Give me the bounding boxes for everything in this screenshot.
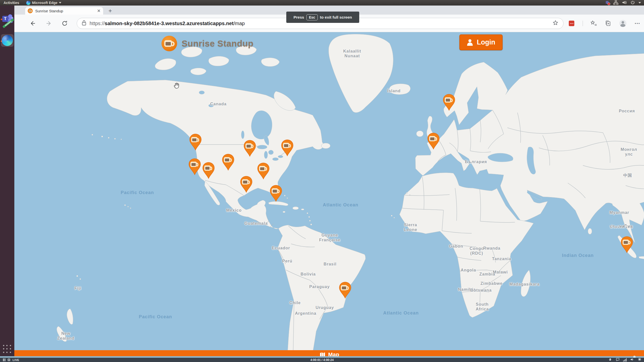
map-pin-st-louis[interactable] xyxy=(257,162,270,179)
map-label: South Africa xyxy=(476,302,489,311)
login-label: Login xyxy=(477,38,495,46)
map-label: Ecuador xyxy=(272,246,290,250)
logo-cup-icon xyxy=(161,35,178,52)
map-label: Myanmar xyxy=(610,210,629,215)
map-pin-singapore[interactable] xyxy=(621,236,633,253)
map-label: Brasil xyxy=(324,262,336,266)
app-menu[interactable]: Microsoft Edge xyxy=(23,0,65,6)
map-pin-san-francisco[interactable] xyxy=(188,158,201,175)
power-icon[interactable] xyxy=(630,0,635,6)
map-icon xyxy=(319,351,326,357)
desktop-screen: Activities Microsoft Edge xyxy=(0,0,644,362)
collections-icon[interactable] xyxy=(605,20,612,27)
edge-icon xyxy=(2,35,13,46)
login-button[interactable]: Login xyxy=(459,34,503,50)
fullscreen-toast: Press Esc to exit full screen xyxy=(286,12,359,23)
map-pin-norway[interactable] xyxy=(443,94,455,111)
map-label: Indian Ocean xyxy=(562,253,594,258)
player-control-bar: LIVE 4:00:01 / 4:00:24 xyxy=(0,358,644,362)
map-label: Tanzania xyxy=(492,256,511,261)
map-pin-minneapolis[interactable] xyxy=(244,140,256,157)
map-label: Монгол улс xyxy=(621,147,637,157)
volume-icon[interactable] xyxy=(622,0,627,6)
map-pin-dallas[interactable] xyxy=(240,176,253,193)
reload-button[interactable] xyxy=(61,19,69,28)
activities-button[interactable]: Activities xyxy=(0,0,23,6)
map-pin-las-vegas[interactable] xyxy=(202,162,215,179)
map-pin-sao-paulo[interactable] xyxy=(339,282,351,299)
toast-suffix: to exit full screen xyxy=(320,15,352,20)
pause-button[interactable] xyxy=(3,358,5,361)
map-pin-miami[interactable] xyxy=(270,185,282,202)
extension-icon[interactable] xyxy=(568,20,575,27)
new-tab-button[interactable]: + xyxy=(107,8,113,14)
nav-map-label: Map xyxy=(328,351,339,357)
tab-title: Sunrise Standup xyxy=(35,9,95,13)
url-host: salmon-sky-082b5841e-3.westus2.azurestat… xyxy=(105,21,233,26)
url-path: /map xyxy=(234,21,245,26)
map-label: Guyane Française xyxy=(319,233,340,242)
chat-icon[interactable] xyxy=(616,358,620,362)
add-favorite-star-icon[interactable] xyxy=(552,20,559,27)
map-label: Atlantic Ocean xyxy=(383,310,419,316)
dock-item-edge[interactable] xyxy=(1,34,14,47)
map-label: Fiji xyxy=(74,286,81,291)
world-map-canvas[interactable] xyxy=(14,32,644,362)
map-label: Angola xyxy=(461,268,476,273)
map-label: México xyxy=(226,208,242,213)
map-label: Canada xyxy=(210,102,226,106)
dock: T INSIDER xyxy=(0,6,14,362)
map-label: Atlantic Ocean xyxy=(323,202,358,208)
map-label: 中国 xyxy=(623,173,632,178)
live-badge: LIVE xyxy=(13,358,19,361)
url-scheme: https:// xyxy=(90,21,105,26)
app-menu-label: Microsoft Edge xyxy=(32,1,57,5)
toast-prefix: Press xyxy=(294,15,304,20)
map-label: Kalaallit Nunaat xyxy=(343,49,361,58)
chevron-down-icon xyxy=(59,2,61,4)
forward-button[interactable] xyxy=(45,19,53,28)
map-pin-montreal[interactable] xyxy=(281,139,294,156)
map-label: Zimbabwe xyxy=(480,281,503,286)
stop-icon[interactable] xyxy=(8,359,10,361)
system-menu-chevron-icon[interactable] xyxy=(638,2,641,4)
volume-icon[interactable] xyxy=(630,358,634,362)
map-label: България xyxy=(465,159,487,164)
dock-item-teams[interactable]: T INSIDER xyxy=(1,13,14,26)
quality-bars-icon[interactable] xyxy=(623,358,627,361)
favorites-icon[interactable] xyxy=(590,20,597,27)
map-label: Perú xyxy=(282,259,292,263)
site-logo[interactable]: Sunrise Standup xyxy=(161,35,254,52)
tab-favicon-icon xyxy=(28,8,33,13)
settings-menu-button[interactable]: ⋯ xyxy=(634,20,641,27)
sign-language-icon[interactable] xyxy=(608,358,612,362)
toolbar-divider xyxy=(583,21,583,26)
map-pin-london[interactable] xyxy=(427,132,440,150)
show-applications-button[interactable] xyxy=(3,345,12,353)
fullscreen-icon[interactable] xyxy=(638,357,641,362)
tab-close-icon[interactable]: ✕ xyxy=(97,9,101,13)
map-label: Congo (RDC) xyxy=(470,246,484,256)
network-icon[interactable] xyxy=(613,0,618,6)
map-pin-seattle[interactable] xyxy=(189,133,202,151)
tab-sunrise-standup[interactable]: Sunrise Standup ✕ xyxy=(25,7,103,15)
profile-avatar[interactable] xyxy=(619,20,627,27)
nav-item-map[interactable]: Map xyxy=(319,351,339,357)
map-label: Botswana xyxy=(470,288,492,293)
grab-cursor xyxy=(173,82,181,89)
map-pin-kansas[interactable] xyxy=(222,154,234,171)
map-label: Bolivia xyxy=(301,272,316,277)
gnome-top-bar: Activities Microsoft Edge xyxy=(0,0,644,6)
back-button[interactable] xyxy=(28,19,37,28)
map-label: Zambia xyxy=(479,272,495,277)
teams-tray-icon[interactable] xyxy=(606,1,610,5)
map-label: New Zealand xyxy=(57,331,75,341)
activities-label: Activities xyxy=(4,1,19,5)
map-label: Chile xyxy=(290,300,301,305)
esc-keycap: Esc xyxy=(306,14,318,20)
map-label: ประเทศไทย xyxy=(610,223,633,230)
person-icon xyxy=(467,39,473,46)
bottom-nav-bar: Map xyxy=(14,350,644,357)
map-label: Guatemala xyxy=(245,221,268,226)
edge-icon xyxy=(26,1,30,5)
